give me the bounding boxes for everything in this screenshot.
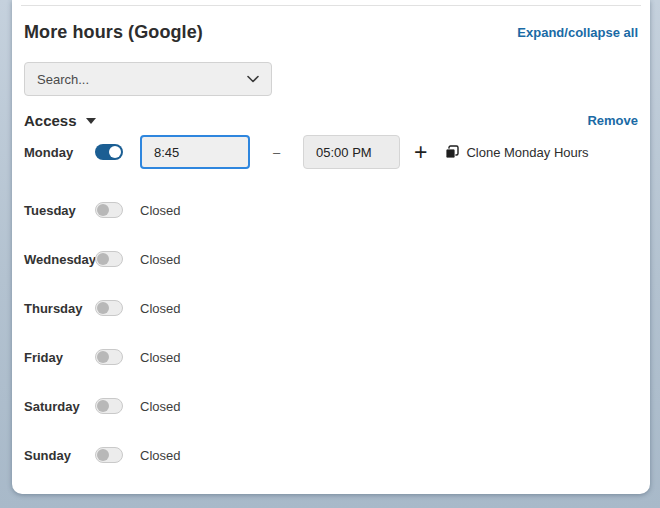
toggle-knob xyxy=(109,146,121,158)
remove-link[interactable]: Remove xyxy=(587,113,638,128)
day-row-sunday: Sunday Closed xyxy=(24,445,638,465)
day-status: Closed xyxy=(140,350,180,365)
search-placeholder: Search... xyxy=(37,72,89,87)
clone-monday-hours-button[interactable]: Clone Monday Hours xyxy=(445,145,588,160)
day-row-monday: Monday – + Clone Monday Hours xyxy=(24,135,638,169)
section-divider xyxy=(21,5,641,6)
toggle-knob xyxy=(97,204,109,216)
more-hours-card: More hours (Google) Expand/collapse all … xyxy=(12,0,650,494)
day-label: Sunday xyxy=(24,448,95,463)
day-label: Tuesday xyxy=(24,203,95,218)
caret-down-icon xyxy=(86,118,96,124)
section-name: Access xyxy=(24,112,77,129)
day-row-friday: Friday Closed xyxy=(24,347,638,367)
day-toggle-wednesday[interactable] xyxy=(95,251,123,267)
day-label: Wednesday xyxy=(24,252,95,267)
access-section-header: Access Remove xyxy=(24,110,638,130)
start-time-input[interactable] xyxy=(140,135,250,169)
day-label: Thursday xyxy=(24,301,95,316)
search-select[interactable]: Search... xyxy=(24,62,272,96)
day-status: Closed xyxy=(140,252,180,267)
end-time-input[interactable] xyxy=(303,135,400,169)
add-hours-button[interactable]: + xyxy=(414,142,427,162)
day-row-wednesday: Wednesday Closed xyxy=(24,249,638,269)
day-toggle-saturday[interactable] xyxy=(95,398,123,414)
access-section-toggle[interactable]: Access xyxy=(24,112,96,129)
day-toggle-friday[interactable] xyxy=(95,349,123,365)
day-toggle-thursday[interactable] xyxy=(95,300,123,316)
clone-button-label: Clone Monday Hours xyxy=(466,145,588,160)
toggle-knob xyxy=(97,302,109,314)
toggle-knob xyxy=(97,400,109,412)
day-toggle-sunday[interactable] xyxy=(95,447,123,463)
day-toggle-monday[interactable] xyxy=(95,144,123,160)
day-toggle-tuesday[interactable] xyxy=(95,202,123,218)
day-row-saturday: Saturday Closed xyxy=(24,396,638,416)
day-label: Saturday xyxy=(24,399,95,414)
day-status: Closed xyxy=(140,448,180,463)
day-row-tuesday: Tuesday Closed xyxy=(24,200,638,220)
toggle-knob xyxy=(97,253,109,265)
toggle-knob xyxy=(97,351,109,363)
day-status: Closed xyxy=(140,203,180,218)
page-title: More hours (Google) xyxy=(24,22,203,43)
day-label: Friday xyxy=(24,350,95,365)
expand-collapse-all-link[interactable]: Expand/collapse all xyxy=(517,25,638,40)
chevron-down-icon xyxy=(247,75,259,83)
day-status: Closed xyxy=(140,399,180,414)
card-header: More hours (Google) Expand/collapse all xyxy=(24,20,638,44)
day-label: Monday xyxy=(24,145,95,160)
day-status: Closed xyxy=(140,301,180,316)
copy-icon xyxy=(445,145,459,159)
time-range-separator: – xyxy=(250,145,303,160)
toggle-knob xyxy=(97,449,109,461)
day-row-thursday: Thursday Closed xyxy=(24,298,638,318)
